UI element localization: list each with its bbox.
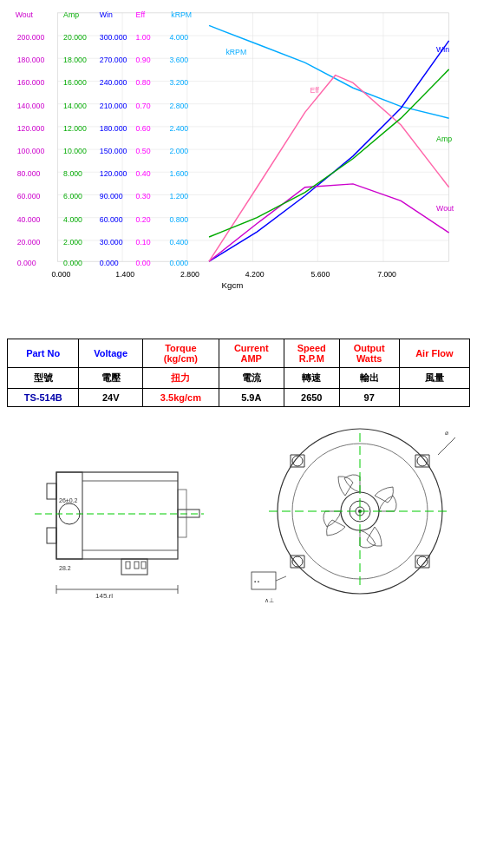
- svg-text:30.000: 30.000: [100, 238, 123, 247]
- svg-text:160.000: 160.000: [17, 78, 45, 87]
- svg-text:100.000: 100.000: [17, 147, 45, 155]
- col-torque-cn: 扭力: [143, 368, 219, 389]
- svg-text:0.70: 0.70: [136, 102, 151, 110]
- col-output-cn: 輸出: [339, 368, 399, 389]
- svg-text:0.80: 0.80: [136, 78, 151, 87]
- col-current: Current AMP: [219, 339, 284, 368]
- svg-line-125: [438, 437, 455, 455]
- svg-text:0.000: 0.000: [63, 259, 82, 267]
- svg-text:Amp: Amp: [436, 135, 452, 143]
- svg-text:2.000: 2.000: [63, 238, 82, 247]
- svg-text:2.400: 2.400: [169, 124, 188, 133]
- col-torque: Torque (kg/cm): [143, 339, 219, 368]
- svg-text:⊥: ⊥: [269, 597, 274, 603]
- table-cell: 5.9A: [219, 389, 284, 407]
- svg-text:Eff: Eff: [310, 86, 319, 95]
- col-output: Output Watts: [339, 339, 399, 368]
- svg-text:0.000: 0.000: [169, 259, 188, 267]
- svg-text:20.000: 20.000: [17, 238, 41, 247]
- svg-text:0.00: 0.00: [136, 259, 151, 267]
- svg-text:0.800: 0.800: [169, 215, 188, 224]
- svg-text:3.600: 3.600: [169, 56, 188, 64]
- col-partno: Part No: [8, 339, 79, 368]
- svg-text:26±0.2: 26±0.2: [59, 497, 77, 503]
- svg-text:60.000: 60.000: [17, 192, 41, 201]
- svg-text:0.60: 0.60: [136, 124, 151, 133]
- svg-text:1.400: 1.400: [115, 270, 134, 279]
- svg-text:180.000: 180.000: [17, 56, 45, 64]
- svg-text:200.000: 200.000: [17, 33, 45, 42]
- svg-text:4.000: 4.000: [169, 33, 188, 42]
- front-view-diagram: ⌀ ▪ ▪ ∧ ⊥: [247, 424, 468, 607]
- svg-text:90.000: 90.000: [100, 192, 123, 201]
- svg-text:Eff: Eff: [136, 10, 146, 19]
- col-speed: Speed R.P.M: [284, 339, 339, 368]
- svg-rect-100: [141, 562, 146, 569]
- svg-text:18.000: 18.000: [63, 56, 87, 64]
- svg-rect-0: [57, 13, 448, 261]
- svg-text:2.800: 2.800: [180, 270, 199, 279]
- table-cell: 97: [339, 389, 399, 407]
- svg-text:180.000: 180.000: [100, 124, 127, 133]
- svg-text:Amp: Amp: [63, 10, 79, 19]
- svg-text:80.000: 80.000: [17, 169, 41, 178]
- table-cell: 2650: [284, 389, 339, 407]
- col-voltage-cn: 電壓: [79, 368, 143, 389]
- svg-text:Win: Win: [100, 10, 113, 19]
- svg-text:0.20: 0.20: [136, 215, 151, 224]
- table-row: TS-514B24V3.5kg/cm5.9A265097: [8, 389, 470, 407]
- svg-rect-98: [126, 562, 130, 569]
- svg-text:150.000: 150.000: [100, 147, 127, 155]
- svg-text:8.000: 8.000: [63, 169, 82, 178]
- svg-rect-93: [56, 472, 82, 559]
- svg-text:0.400: 0.400: [169, 238, 188, 247]
- svg-text:0.000: 0.000: [100, 259, 119, 267]
- svg-text:28.2: 28.2: [59, 565, 71, 571]
- table-cell: 24V: [79, 389, 143, 407]
- svg-text:240.000: 240.000: [100, 78, 127, 87]
- col-partno-cn: 型號: [8, 368, 79, 389]
- svg-text:0.30: 0.30: [136, 192, 151, 201]
- spec-table-section: Part No Voltage Torque (kg/cm) Current A…: [0, 330, 477, 416]
- svg-text:Win: Win: [436, 45, 449, 54]
- svg-text:145.rl: 145.rl: [95, 592, 113, 600]
- table-cell: [399, 389, 469, 407]
- svg-text:120.000: 120.000: [100, 169, 127, 178]
- table-cell: 3.5kg/cm: [143, 389, 219, 407]
- svg-text:0.50: 0.50: [136, 147, 151, 155]
- svg-text:1.00: 1.00: [136, 33, 151, 42]
- svg-text:2.800: 2.800: [169, 102, 188, 110]
- svg-text:120.000: 120.000: [17, 124, 45, 133]
- svg-rect-101: [47, 483, 56, 499]
- svg-text:0.000: 0.000: [52, 270, 71, 279]
- svg-text:▪ ▪: ▪ ▪: [254, 579, 259, 584]
- svg-text:5.600: 5.600: [310, 270, 330, 279]
- svg-text:1.600: 1.600: [169, 169, 188, 178]
- svg-text:60.000: 60.000: [100, 215, 123, 224]
- svg-text:Wout: Wout: [16, 10, 34, 19]
- svg-text:20.000: 20.000: [63, 33, 87, 42]
- svg-text:1.200: 1.200: [169, 192, 188, 201]
- svg-text:10.000: 10.000: [63, 147, 87, 155]
- col-airflow-cn: 風量: [399, 368, 469, 389]
- svg-text:12.000: 12.000: [63, 124, 87, 133]
- svg-text:3.200: 3.200: [169, 78, 188, 87]
- svg-text:4.000: 4.000: [63, 215, 82, 224]
- svg-text:0.000: 0.000: [17, 259, 36, 267]
- performance-chart: Wout 200.000 180.000 160.000 140.000 120…: [0, 0, 477, 330]
- svg-text:0.40: 0.40: [136, 169, 151, 178]
- svg-text:⌀: ⌀: [445, 430, 448, 436]
- table-cell: TS-514B: [8, 389, 79, 407]
- svg-rect-102: [47, 528, 56, 543]
- spec-table: Part No Voltage Torque (kg/cm) Current A…: [7, 339, 470, 407]
- svg-line-129: [276, 576, 286, 581]
- col-speed-cn: 轉速: [284, 368, 339, 389]
- col-voltage: Voltage: [79, 339, 143, 368]
- svg-text:Kgcm: Kgcm: [222, 280, 244, 290]
- svg-text:kRPM: kRPM: [171, 10, 192, 19]
- diagram-section: 145.rl 67.5±0.004 26±0.2 28.2: [0, 416, 477, 615]
- svg-text:2.000: 2.000: [169, 147, 188, 155]
- svg-text:270.000: 270.000: [100, 56, 127, 64]
- svg-text:16.000: 16.000: [63, 78, 87, 87]
- col-current-cn: 電流: [219, 368, 284, 389]
